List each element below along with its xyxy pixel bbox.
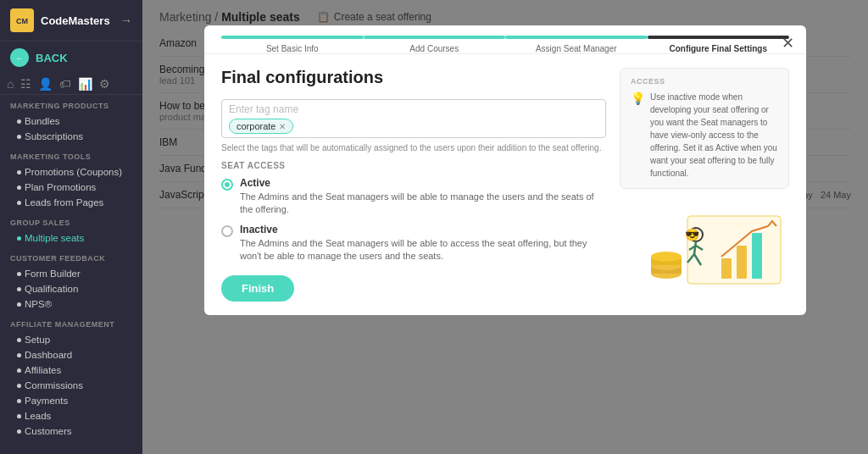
sidebar-item-subscriptions[interactable]: Subscriptions — [10, 129, 132, 144]
logo-icon: CM — [10, 8, 34, 32]
section-marketing-tools: MARKETING TOOLS Promotions (Coupons) Pla… — [0, 146, 142, 212]
sidebar-item-affiliates[interactable]: Affiliates — [10, 363, 132, 378]
tag-corporate[interactable]: corporate ✕ — [229, 119, 293, 134]
step-bar-3 — [505, 36, 648, 39]
section-title-customer-feedback: CUSTOMER FEEDBACK — [10, 254, 132, 263]
step-bar-4 — [648, 36, 790, 39]
section-customer-feedback: CUSTOMER FEEDBACK Form Builder Qualifica… — [0, 247, 142, 313]
tag-remove-icon[interactable]: ✕ — [279, 122, 286, 131]
step-label-3: Assign Seat Manager — [536, 44, 617, 53]
svg-text:CM: CM — [16, 17, 28, 25]
radio-item-inactive[interactable]: Inactive The Admins and the Seat manager… — [221, 224, 606, 263]
sidebar-item-nps[interactable]: NPS® — [10, 296, 132, 312]
sidebar-item-setup[interactable]: Setup — [10, 332, 132, 347]
sidebar-item-commissions[interactable]: Commissions — [10, 378, 132, 393]
section-group-sales: GROUP SALES Multiple seats — [0, 212, 142, 247]
finish-button[interactable]: Finish — [221, 275, 294, 302]
sidebar-item-qualification[interactable]: Qualification — [10, 281, 132, 296]
nav-icon-grid[interactable]: ☷ — [20, 77, 31, 91]
modal-close-button[interactable]: ✕ — [782, 34, 794, 53]
radio-inactive-desc: The Admins and the Seat managers will be… — [240, 237, 606, 263]
sidebar-nav: MARKETING PRODUCTS Bundles Subscriptions… — [0, 95, 142, 454]
radio-inactive-label: Inactive — [240, 224, 606, 235]
svg-rect-5 — [752, 233, 762, 279]
svg-text:😎: 😎 — [685, 228, 700, 242]
radio-item-active[interactable]: Active The Admins and the Seat managers … — [221, 177, 606, 217]
modal-title: Final configurations — [221, 68, 606, 87]
tag-input-wrapper[interactable]: Enter tag name corporate ✕ — [221, 99, 606, 138]
sidebar-item-bundles[interactable]: Bundles — [10, 114, 132, 129]
collapse-icon[interactable]: → — [120, 14, 132, 27]
back-button[interactable]: ← BACK — [0, 42, 142, 74]
nav-icon-home[interactable]: ⌂ — [7, 77, 14, 91]
access-text: Use inactive mode when developing your s… — [650, 91, 778, 180]
modal-left: Final configurations Enter tag name corp… — [221, 68, 606, 302]
modal-overlay: ✕ Set Basic Info Add Courses Assign Seat… — [142, 0, 868, 454]
step-4: Configure Final Settings — [648, 36, 790, 53]
tag-row: corporate ✕ — [229, 119, 598, 134]
sidebar-logo: CM CodeMasters → — [0, 0, 142, 42]
nav-icon-user[interactable]: 👤 — [38, 77, 53, 91]
step-label-1: Set Basic Info — [266, 44, 319, 53]
step-label-4: Configure Final Settings — [669, 44, 767, 53]
step-3: Assign Seat Manager — [505, 36, 648, 53]
sidebar-item-multiple-seats[interactable]: Multiple seats — [10, 230, 132, 246]
section-title-group-sales: GROUP SALES — [10, 219, 132, 227]
sidebar-item-dashboard[interactable]: Dashboard — [10, 347, 132, 363]
modal: ✕ Set Basic Info Add Courses Assign Seat… — [204, 25, 806, 315]
section-title-marketing-products: MARKETING PRODUCTS — [10, 102, 132, 110]
stepper: Set Basic Info Add Courses Assign Seat M… — [204, 25, 806, 54]
sidebar-item-promotions[interactable]: Promotions (Coupons) — [10, 164, 132, 180]
sidebar-item-leads-from-pages[interactable]: Leads from Pages — [10, 195, 132, 210]
nav-icon-settings[interactable]: ⚙ — [99, 77, 110, 91]
nav-icon-tag[interactable]: 🏷 — [59, 77, 71, 91]
radio-active-indicator — [221, 179, 233, 191]
access-info-box: ACCESS 💡 Use inactive mode when developi… — [620, 68, 789, 189]
tag-hint: Select the tags that will be automatical… — [221, 143, 606, 152]
radio-active-desc: The Admins and the Seat managers will be… — [240, 191, 606, 217]
section-title-marketing-tools: MARKETING TOOLS — [10, 152, 132, 161]
back-label: BACK — [36, 52, 68, 64]
sidebar-item-payments[interactable]: Payments — [10, 393, 132, 408]
illustration: 😎 — [620, 199, 789, 292]
app-name: CodeMasters — [41, 14, 110, 27]
radio-group-seat-access: Active The Admins and the Seat managers … — [221, 177, 606, 263]
modal-right: ACCESS 💡 Use inactive mode when developi… — [620, 68, 789, 302]
seat-access-label: SEAT ACCESS — [221, 161, 606, 170]
radio-inactive-indicator — [221, 225, 233, 237]
sidebar-item-leads[interactable]: Leads — [10, 408, 132, 424]
svg-rect-4 — [737, 246, 747, 279]
main-content: Marketing / Multiple seats 📋 Create a se… — [142, 0, 868, 454]
back-circle-icon: ← — [10, 48, 29, 67]
nav-icon-chart[interactable]: 📊 — [78, 77, 92, 91]
step-bar-2 — [364, 36, 506, 39]
sidebar-item-customers[interactable]: Customers — [10, 424, 132, 439]
step-2: Add Courses — [364, 36, 506, 53]
sidebar: CM CodeMasters → ← BACK ⌂ ☷ 👤 🏷 📊 ⚙ MARK… — [0, 0, 142, 454]
step-1: Set Basic Info — [221, 36, 364, 53]
sidebar-item-plan-promotions[interactable]: Plan Promotions — [10, 180, 132, 195]
access-title: ACCESS — [631, 77, 778, 86]
step-bar-1 — [221, 36, 364, 39]
section-marketing-products: MARKETING PRODUCTS Bundles Subscriptions — [0, 95, 142, 146]
sidebar-item-form-builder[interactable]: Form Builder — [10, 266, 132, 281]
tag-placeholder: Enter tag name — [229, 103, 598, 115]
tag-label: corporate — [236, 121, 275, 131]
radio-active-label: Active — [240, 177, 606, 189]
section-title-affiliate-management: AFFILIATE MANAGEMENT — [10, 320, 132, 329]
modal-body: Final configurations Enter tag name corp… — [204, 54, 806, 315]
step-label-2: Add Courses — [409, 44, 459, 53]
bulb-icon: 💡 — [631, 91, 645, 105]
section-affiliate-management: AFFILIATE MANAGEMENT Setup Dashboard Aff… — [0, 313, 142, 440]
svg-point-10 — [651, 252, 682, 262]
svg-rect-3 — [721, 258, 732, 279]
